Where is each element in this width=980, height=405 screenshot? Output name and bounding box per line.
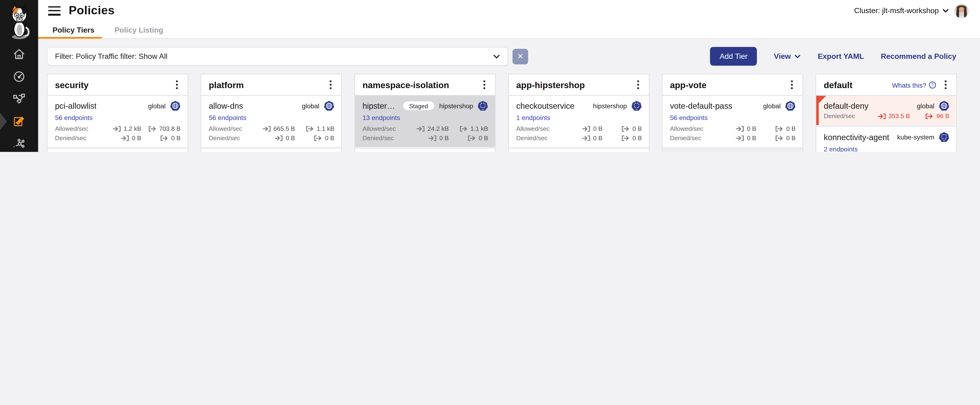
- egress-icon: [925, 113, 934, 119]
- tier-name: platform: [209, 80, 243, 90]
- metric-row: Allowed/sec 0 B: [670, 124, 795, 133]
- metric-rows: Allowed/sec 0 B: [516, 124, 642, 142]
- tier-card-list: checkoutservice hipstershop: [509, 96, 649, 152]
- policy-name: konnectivity-agent: [824, 132, 889, 142]
- policy-card[interactable]: default-deny global: [816, 96, 956, 125]
- metric-in-value: 0 B: [747, 125, 756, 132]
- metric-row: Denied/sec 0 B: [55, 133, 181, 142]
- sidebar-item-policies[interactable]: [0, 110, 38, 133]
- policy-board: Filter: Policy Traffic filter: Show All …: [38, 39, 980, 152]
- sidebar-item-home[interactable]: [0, 42, 38, 65]
- metric-out-value: 0 B: [632, 134, 642, 141]
- metric-rows: Allowed/sec 24.2 kB: [363, 124, 488, 142]
- whats-this-link[interactable]: Whats this? ?: [892, 81, 936, 89]
- metric-label: Allowed/sec: [516, 125, 549, 132]
- policy-card[interactable]: vote-allowlist global: [48, 149, 188, 152]
- tab-bar: Policy Tiers Policy Listing: [38, 21, 980, 39]
- filter-label: Filter: Policy Traffic filter: Show All: [55, 52, 167, 61]
- sidebar-item-dashboard[interactable]: [0, 65, 38, 88]
- tier-card-list: allow-dns global: [201, 96, 341, 152]
- kebab-menu-icon[interactable]: [941, 80, 950, 90]
- tier-header: app-hipstershop ?: [509, 75, 649, 96]
- tab-policy-tiers[interactable]: Policy Tiers: [52, 21, 94, 38]
- policy-card[interactable]: checkoutservice hipstershop: [509, 96, 649, 147]
- traffic-filter-select[interactable]: Filter: Policy Traffic filter: Show All: [47, 47, 508, 65]
- topbar: Policies Cluster: jlt-msft-workshop: [38, 0, 980, 21]
- clear-filter-button[interactable]: ✕: [512, 48, 528, 64]
- metric-label: Denied/sec: [824, 113, 855, 119]
- endpoints-link[interactable]: 1 endpoints: [516, 114, 550, 121]
- metric-in-value: 24.2 kB: [428, 125, 449, 132]
- sidebar-item-service-graph[interactable]: [0, 88, 38, 110]
- page-title: Policies: [69, 4, 115, 18]
- tab-policy-listing[interactable]: Policy Listing: [115, 21, 163, 38]
- user-avatar[interactable]: [955, 3, 969, 18]
- endpoints-link[interactable]: 13 endpoints: [363, 114, 400, 121]
- close-icon: ✕: [517, 53, 523, 60]
- recommend-policy-button[interactable]: Recommend a Policy: [881, 52, 956, 61]
- add-tier-button[interactable]: Add Tier: [710, 47, 757, 65]
- kebab-menu-icon[interactable]: [480, 80, 488, 90]
- metric-out-value: 0 B: [171, 134, 181, 141]
- metric-label: Allowed/sec: [670, 125, 703, 132]
- metric-in-value: 353.5 B: [888, 113, 910, 119]
- policy-name: pci-allowlist: [55, 101, 97, 110]
- policy-scope: hipstershop: [439, 102, 473, 110]
- kebab-menu-icon[interactable]: [634, 80, 643, 90]
- view-button[interactable]: View: [774, 52, 801, 61]
- policy-title-row: pci-allowlist global: [55, 100, 181, 111]
- help-icon: ?: [929, 81, 936, 89]
- scope-globe-icon: [939, 100, 949, 111]
- egress-icon: [459, 125, 468, 132]
- endpoints-link[interactable]: 56 endpoints: [670, 114, 707, 121]
- egress-icon: [621, 125, 630, 132]
- policy-scope: global: [302, 102, 320, 110]
- policy-name: default-deny: [824, 101, 869, 110]
- hamburger-menu-icon[interactable]: [48, 6, 60, 15]
- policy-card[interactable]: default-egress default: [201, 149, 341, 152]
- metric-in-value: 665.5 B: [273, 125, 295, 132]
- sidebar-item-endpoints[interactable]: [0, 133, 38, 152]
- policy-card[interactable]: cartservice hipstershop: [509, 149, 649, 152]
- app-root: Policies Cluster: jlt-msft-workshop Poli…: [0, 0, 980, 152]
- tier-columns: security ?: [47, 74, 957, 152]
- sidebar: [0, 0, 38, 152]
- tier-header: app-vote ?: [662, 75, 802, 96]
- endpoints-link[interactable]: 2 endpoints: [824, 145, 858, 152]
- cluster-selector[interactable]: Cluster: jlt-msft-workshop: [854, 6, 949, 15]
- metric-row: Allowed/sec 0 B: [516, 124, 642, 133]
- metric-label: Allowed/sec: [209, 125, 242, 132]
- ingress-icon: [877, 113, 886, 119]
- policy-card[interactable]: allow-dns global: [201, 96, 341, 147]
- policy-card[interactable]: pci-allowlist global: [48, 96, 188, 147]
- policy-scope: global: [917, 102, 934, 110]
- metric-label: Denied/sec: [670, 134, 701, 141]
- tier-column: default Whats this? ?: [816, 74, 957, 152]
- policy-card[interactable]: hipstershop-gh… Staged hipstershop: [355, 96, 495, 147]
- policy-card[interactable]: vote-default-pass global: [662, 96, 802, 147]
- policy-card[interactable]: namespace-isolation-default-p… global: [355, 149, 495, 152]
- endpoints-link[interactable]: 56 endpoints: [55, 114, 92, 121]
- scope-namespace-icon: ns: [477, 100, 488, 111]
- export-yaml-button[interactable]: Export YAML: [818, 52, 864, 61]
- metric-row: Denied/sec 0 B: [209, 133, 334, 142]
- metric-label: Allowed/sec: [363, 125, 396, 132]
- egress-icon: [468, 135, 476, 141]
- filter-row: Filter: Policy Traffic filter: Show All …: [47, 47, 980, 65]
- calico-cat-logo: [5, 4, 33, 40]
- metric-out-value: 0 B: [632, 125, 642, 132]
- tier-card-list: pci-allowlist global: [48, 96, 188, 152]
- metric-in-value: 1.2 kB: [123, 125, 141, 132]
- ingress-icon: [736, 125, 745, 132]
- kebab-menu-icon[interactable]: [326, 80, 335, 90]
- home-icon: [13, 47, 25, 60]
- tier-card-list: default-deny global: [816, 96, 956, 152]
- metric-row: Allowed/sec 665.5 B: [209, 124, 334, 133]
- tier-name: app-hipstershop: [516, 80, 585, 90]
- ingress-icon: [416, 125, 425, 132]
- kebab-menu-icon[interactable]: [788, 80, 796, 90]
- policy-card[interactable]: konnectivity-agent kube-system: [816, 127, 956, 152]
- metric-rows: Denied/sec 353.5 B: [824, 111, 949, 121]
- kebab-menu-icon[interactable]: [172, 80, 181, 90]
- endpoints-link[interactable]: 56 endpoints: [209, 114, 246, 121]
